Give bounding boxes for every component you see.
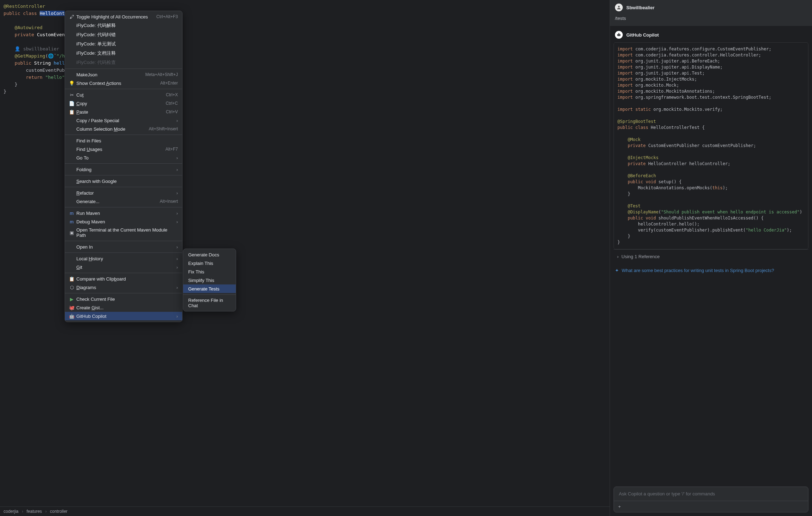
svg-rect-1 <box>617 34 620 36</box>
copilot-input[interactable] <box>614 487 808 501</box>
blank-icon <box>69 155 75 161</box>
menu-item[interactable]: iFlyCode: 文档注释 <box>65 49 182 58</box>
svg-point-2 <box>618 35 618 36</box>
menu-item[interactable]: MakeJsonMeta+Alt+Shift+J <box>65 70 182 79</box>
breadcrumb-item[interactable]: controller <box>50 509 67 514</box>
menu-item[interactable]: iFlyCode: 代码解释 <box>65 21 182 30</box>
breadcrumb-item[interactable]: features <box>27 509 42 514</box>
menu-item-label: Copy / Paste Special <box>76 118 174 123</box>
menu-item[interactable]: ⬡Diagrams› <box>65 283 182 292</box>
chevron-right-icon: › <box>617 254 618 259</box>
menu-item[interactable]: iFlyCode: 代码纠错 <box>65 30 182 39</box>
menu-item[interactable]: Generate...Alt+Insert <box>65 197 182 206</box>
copilot-avatar-icon <box>615 31 623 39</box>
menu-item[interactable]: 📄CopyCtrl+C <box>65 99 182 108</box>
chevron-right-icon: › <box>176 190 178 196</box>
method-name: hell <box>54 60 65 66</box>
menu-item[interactable]: 🖍Toggle Highlight of All OccurrencesCtrl… <box>65 12 182 21</box>
menu-item-label: iFlyCode: 代码纠错 <box>76 32 178 38</box>
chevron-right-icon: › <box>176 244 178 250</box>
blank-icon <box>69 178 75 184</box>
blank-icon <box>69 72 75 77</box>
submenu-item[interactable]: Generate Tests <box>183 284 236 293</box>
svg-rect-4 <box>618 33 619 34</box>
menu-item[interactable]: 🐙Create Gist... <box>65 303 182 312</box>
submenu-item[interactable]: Generate Docs <box>183 250 236 259</box>
selected-class-name: HelloCont <box>40 11 65 16</box>
submenu-item[interactable]: Fix This <box>183 267 236 276</box>
submenu-item-label: Simplify This <box>188 278 231 283</box>
menu-item-label: Git <box>76 265 174 270</box>
menu-item[interactable]: Go To› <box>65 153 182 162</box>
menu-item-shortcut: Ctrl+X <box>166 92 178 97</box>
menu-item[interactable]: Find UsagesAlt+F7 <box>65 145 182 153</box>
submenu-item[interactable]: Simplify This <box>183 276 236 284</box>
submenu-item[interactable]: Explain This <box>183 259 236 267</box>
menu-item-label: iFlyCode: 代码解释 <box>76 22 178 29</box>
menu-item[interactable]: Find in Files <box>65 136 182 145</box>
suggestion-row[interactable]: ✦ What are some best practices for writi… <box>614 268 808 273</box>
context-menu[interactable]: 🖍Toggle Highlight of All OccurrencesCtrl… <box>65 11 182 322</box>
menu-item[interactable]: 📋Compare with Clipboard <box>65 275 182 283</box>
sparkle-icon: ✦ <box>615 268 619 273</box>
blank-icon <box>69 138 75 143</box>
menu-item[interactable]: iFlyCode: 单元测试 <box>65 39 182 49</box>
menu-item[interactable]: Copy / Paste Special› <box>65 116 182 125</box>
annotation: @GetMapping <box>15 53 45 59</box>
⬡-icon: ⬡ <box>69 284 75 290</box>
svg-point-0 <box>618 6 620 7</box>
chat-scroll[interactable]: Sbwillbealier /tests GitHub Copilot impo… <box>610 0 812 487</box>
menu-item-label: Copy <box>76 101 166 106</box>
submenu-item-label: Explain This <box>188 261 231 266</box>
menu-item-label: Find Usages <box>76 147 165 152</box>
chevron-right-icon: › <box>45 509 47 514</box>
menu-item-label: GitHub Copilot <box>76 314 174 319</box>
menu-item-label: Compare with Clipboard <box>76 276 178 282</box>
💡-icon: 💡 <box>69 80 75 86</box>
input-toolbar: + <box>614 501 808 512</box>
submenu-item-label: Generate Tests <box>188 286 231 292</box>
menu-item[interactable]: ✂CutCtrl+X <box>65 91 182 99</box>
user-message-text: /tests <box>615 13 807 22</box>
menu-item[interactable]: ▶Check Current File <box>65 295 182 303</box>
menu-separator <box>65 293 182 293</box>
globe-icon[interactable]: 🌐ˇ <box>48 53 56 60</box>
brace: } <box>15 82 17 87</box>
author-hint: 👤 sbwillbealier <box>15 46 59 51</box>
menu-item[interactable]: mDebug Maven› <box>65 217 182 226</box>
plus-icon[interactable]: + <box>618 504 621 509</box>
references-row[interactable]: › Using 1 Reference <box>614 249 808 264</box>
menu-item-label: iFlyCode: 文档注释 <box>76 50 178 56</box>
chevron-right-icon: › <box>176 219 178 224</box>
menu-item[interactable]: Column Selection ModeAlt+Shift+Insert <box>65 125 182 133</box>
breadcrumb[interactable]: coderjia › features › controller <box>0 506 610 516</box>
menu-item-label: Toggle Highlight of All Occurrences <box>76 14 156 20</box>
blank-icon <box>69 146 75 152</box>
menu-item[interactable]: Folding› <box>65 165 182 174</box>
menu-item[interactable]: mRun Maven› <box>65 209 182 217</box>
menu-item[interactable]: Local History› <box>65 254 182 263</box>
m-icon: m <box>69 219 75 224</box>
menu-item[interactable]: ▣Open Terminal at the Current Maven Modu… <box>65 226 182 239</box>
menu-item[interactable]: Search with Google <box>65 177 182 185</box>
breadcrumb-item[interactable]: coderjia <box>4 509 18 514</box>
chevron-right-icon: › <box>176 118 178 123</box>
copilot-code-block[interactable]: import com.coderjia.features.configure.C… <box>614 42 808 249</box>
menu-item[interactable]: 🤖GitHub Copilot› <box>65 312 182 320</box>
menu-item[interactable]: 📋PasteCtrl+V <box>65 108 182 116</box>
copilot-name: GitHub Copilot <box>626 32 659 38</box>
menu-separator <box>65 135 182 135</box>
menu-item[interactable]: Git› <box>65 263 182 271</box>
keyword: class <box>23 11 37 16</box>
submenu-item[interactable]: Reference File in Chat <box>183 296 236 310</box>
copilot-panel: Sbwillbealier /tests GitHub Copilot impo… <box>610 0 812 516</box>
blank-icon <box>69 199 75 204</box>
menu-separator <box>65 273 182 273</box>
menu-item[interactable]: 💡Show Context ActionsAlt+Enter <box>65 79 182 87</box>
blank-icon <box>69 118 75 123</box>
copilot-submenu[interactable]: Generate DocsExplain ThisFix ThisSimplif… <box>183 249 236 311</box>
menu-item[interactable]: Open In› <box>65 243 182 251</box>
menu-item[interactable]: Refactor› <box>65 189 182 197</box>
m-icon: m <box>69 210 75 216</box>
menu-item-shortcut: Ctrl+Alt+F3 <box>156 14 178 19</box>
